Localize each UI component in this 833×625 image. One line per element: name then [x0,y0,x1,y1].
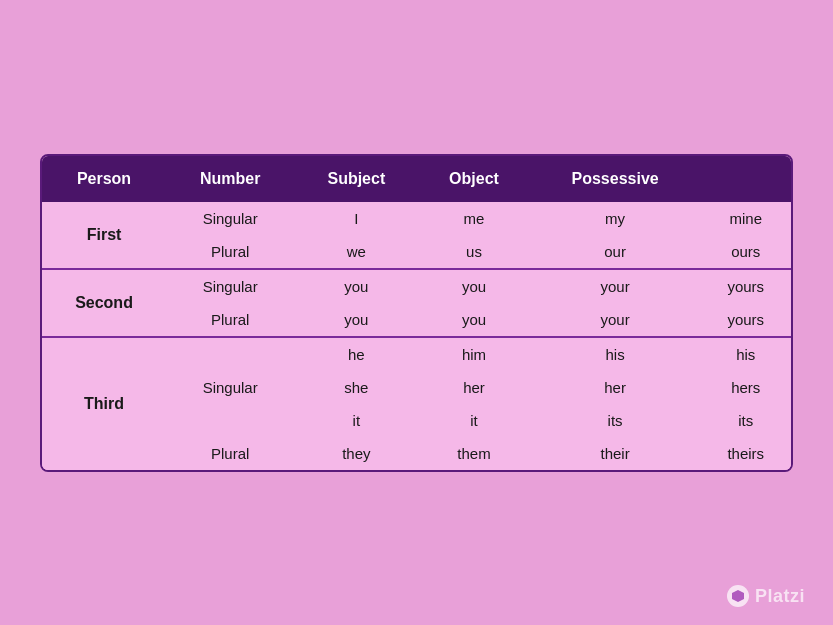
col-object: Object [418,156,529,202]
header-row: Person Number Subject Object Possessive [42,156,791,202]
possessive1-cell: our [530,235,701,269]
number-cell: Plural [166,303,294,337]
svg-marker-0 [732,590,744,602]
object-cell: her [418,371,529,404]
platzi-logo: Platzi [727,585,805,607]
object-cell: us [418,235,529,269]
pronouns-table: Person Number Subject Object Possessive … [42,156,791,470]
possessive1-cell: my [530,202,701,235]
possessive2-cell: hers [701,371,791,404]
table-row: SecondSingularyouyouyouryours [42,269,791,303]
object-cell: you [418,269,529,303]
possessive2-cell: yours [701,269,791,303]
possessive1-cell: their [530,437,701,470]
col-subject: Subject [294,156,418,202]
possessive2-cell: yours [701,303,791,337]
possessive2-cell: ours [701,235,791,269]
object-cell: me [418,202,529,235]
possessive1-cell: her [530,371,701,404]
platzi-svg-icon [731,589,745,603]
object-cell: you [418,303,529,337]
number-cell: Singular [166,269,294,303]
table-container: Person Number Subject Object Possessive … [40,154,793,472]
possessive2-cell: its [701,404,791,437]
platzi-icon [727,585,749,607]
number-cell [166,337,294,371]
possessive1-cell: your [530,303,701,337]
person-cell-third: Third [42,337,166,470]
possessive1-cell: his [530,337,701,371]
number-cell: Plural [166,437,294,470]
table-row: FirstSingularImemymine [42,202,791,235]
subject-cell: we [294,235,418,269]
subject-cell: you [294,269,418,303]
possessive2-cell: mine [701,202,791,235]
col-possessive1: Possessive [530,156,701,202]
number-cell [166,404,294,437]
possessive2-cell: theirs [701,437,791,470]
subject-cell: they [294,437,418,470]
person-cell-second: Second [42,269,166,337]
subject-cell: it [294,404,418,437]
subject-cell: he [294,337,418,371]
col-possessive2 [701,156,791,202]
possessive2-cell: his [701,337,791,371]
col-person: Person [42,156,166,202]
possessive1-cell: its [530,404,701,437]
object-cell: him [418,337,529,371]
number-cell: Singular [166,371,294,404]
number-cell: Singular [166,202,294,235]
subject-cell: I [294,202,418,235]
person-cell-first: First [42,202,166,269]
col-number: Number [166,156,294,202]
object-cell: them [418,437,529,470]
page-wrapper: Person Number Subject Object Possessive … [0,0,833,625]
possessive1-cell: your [530,269,701,303]
subject-cell: she [294,371,418,404]
subject-cell: you [294,303,418,337]
number-cell: Plural [166,235,294,269]
platzi-text: Platzi [755,586,805,607]
object-cell: it [418,404,529,437]
table-row: Thirdhehimhishis [42,337,791,371]
